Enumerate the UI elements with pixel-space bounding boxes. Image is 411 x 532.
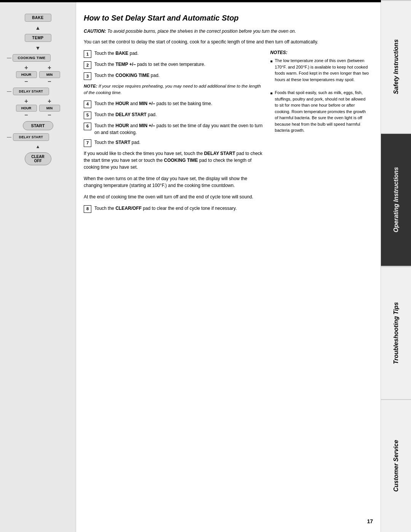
step-text-2: Touch the TEMP +/– pads to set the oven … bbox=[94, 61, 206, 68]
step-1: 1 Touch the BAKE pad. bbox=[84, 50, 263, 58]
bullet-icon-2: ■ bbox=[270, 90, 272, 137]
step-text-5: Touch the DELAY START pad. bbox=[94, 111, 157, 118]
step-text-3: Touch the COOKING TIME pad. bbox=[94, 72, 159, 79]
note-text-2: Foods that spoil easily, such as milk, e… bbox=[275, 89, 369, 134]
cooking-time-button-illustration: COOKING TIME bbox=[13, 54, 51, 62]
note-bullet-1: ■ The low temperature zone of this oven … bbox=[270, 58, 369, 86]
step-7: 7 Touch the START pad. bbox=[84, 139, 263, 147]
arrow-up-icon: ▲ bbox=[35, 25, 41, 31]
step-4: 4 Touch the HOUR and MIN +/– pads to set… bbox=[84, 100, 263, 108]
step-num-6: 6 bbox=[84, 123, 91, 130]
sidebar-tab-safety: Safety Instructions bbox=[381, 0, 411, 133]
step-text-8: Touch the CLEAR/OFF pad to clear the end… bbox=[94, 205, 237, 212]
step-num-1: 1 bbox=[84, 50, 91, 58]
delay-start-button1-illustration: DELAY START bbox=[13, 88, 49, 95]
body-paragraph-3: When the oven turns on at the time of da… bbox=[84, 175, 263, 189]
step-num-4: 4 bbox=[84, 101, 91, 108]
page-number: 17 bbox=[367, 518, 373, 524]
step-text-6: Touch the HOUR and MIN +/– pads to set t… bbox=[94, 122, 263, 136]
step-text-1: Touch the BAKE pad. bbox=[94, 50, 139, 57]
arrow-down-icon: ▼ bbox=[35, 45, 41, 51]
caution-paragraph: CAUTION: To avoid possible burns, place … bbox=[84, 29, 369, 34]
step-num-2: 2 bbox=[84, 61, 91, 69]
step-6: 6 Touch the HOUR and MIN +/– pads to set… bbox=[84, 122, 263, 136]
note-bullet-2: ■ Foods that spoil easily, such as milk,… bbox=[270, 89, 369, 137]
step-5: 5 Touch the DELAY START pad. bbox=[84, 111, 263, 119]
step-num-7: 7 bbox=[84, 139, 91, 147]
main-content: How to Set Delay Start and Automatic Sto… bbox=[76, 2, 381, 532]
caution-body: To avoid possible burns, place the shelv… bbox=[107, 29, 296, 34]
right-notes-column: NOTES: ■ The low temperature zone of thi… bbox=[270, 50, 369, 216]
bake-button-illustration: BAKE bbox=[25, 14, 51, 22]
arrow-up2-icon: ▲ bbox=[36, 144, 40, 149]
sidebar-tab-troubleshooting: Troubleshooting Tips bbox=[381, 266, 411, 399]
hour-min-row2: + HOUR – + MIN – bbox=[16, 98, 60, 118]
notes-label: NOTES: bbox=[270, 50, 369, 55]
body-paragraph-1: You can set the control to delay the sta… bbox=[84, 38, 369, 45]
delay-start-button2-illustration: DELAY START bbox=[13, 133, 49, 141]
oven-controls-panel: BAKE ▲ TEMP ▼ COOKING TIME + HOUR – + MI… bbox=[0, 2, 76, 532]
page-title: How to Set Delay Start and Automatic Sto… bbox=[84, 14, 369, 22]
step-num-3: 3 bbox=[84, 72, 91, 80]
body-paragraph-4: At the end of cooking time the oven will… bbox=[84, 193, 263, 200]
steps-columns: 1 Touch the BAKE pad. 2 Touch the TEMP +… bbox=[84, 50, 369, 216]
bullet-icon-1: ■ bbox=[270, 58, 272, 86]
step-text-7: Touch the START pad. bbox=[94, 139, 140, 146]
step-num-5: 5 bbox=[84, 112, 91, 119]
hour-min-row1: + HOUR – + MIN – bbox=[16, 65, 60, 85]
caution-label: CAUTION: bbox=[84, 29, 106, 34]
italic-note: NOTE: If your recipe requires preheating… bbox=[84, 83, 263, 96]
step-2: 2 Touch the TEMP +/– pads to set the ove… bbox=[84, 61, 263, 69]
clear-off-button-illustration: CLEAR OFF bbox=[25, 152, 51, 165]
temp-button-illustration: TEMP bbox=[25, 34, 51, 42]
step-num-8: 8 bbox=[84, 205, 91, 213]
right-sidebar: Safety Instructions Operating Instructio… bbox=[381, 0, 411, 532]
step-3: 3 Touch the COOKING TIME pad. bbox=[84, 72, 263, 80]
sidebar-tab-customer: Customer Service bbox=[381, 399, 411, 532]
note-text-1: The low temperature zone of this oven (b… bbox=[275, 58, 369, 83]
body-paragraph-2: If you would like to check the times you… bbox=[84, 150, 263, 171]
step-text-4: Touch the HOUR and MIN +/– pads to set t… bbox=[94, 100, 212, 107]
start-button-illustration: START bbox=[23, 121, 53, 130]
sidebar-tab-operating: Operating Instructions bbox=[381, 133, 411, 266]
step-8: 8 Touch the CLEAR/OFF pad to clear the e… bbox=[84, 205, 263, 213]
left-steps: 1 Touch the BAKE pad. 2 Touch the TEMP +… bbox=[84, 50, 263, 216]
